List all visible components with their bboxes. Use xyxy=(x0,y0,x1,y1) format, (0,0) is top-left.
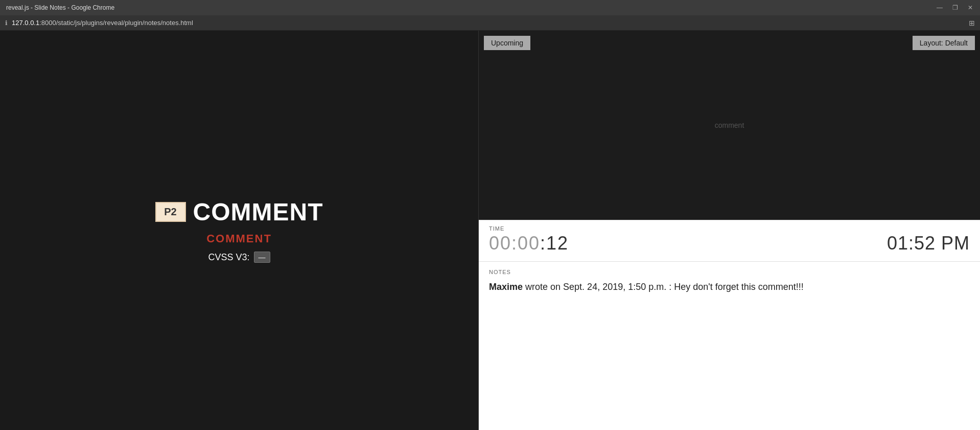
address-url-text: 127.0.0.1 xyxy=(12,19,39,27)
main-content: P2 COMMENT COMMENT CVSS V3: — Upcoming L… xyxy=(0,31,980,430)
notes-body: wrote on Sept. 24, 2019, 1:50 p.m. : Hey… xyxy=(523,282,804,292)
address-bar: ℹ 127.0.0.1:8000/static/js/plugins/revea… xyxy=(0,15,980,31)
time-section: TIME 00:00:12 01:52 PM xyxy=(479,220,980,261)
maximize-button[interactable]: ❐ xyxy=(951,4,959,11)
time-label: TIME xyxy=(489,225,970,232)
slide-panel: P2 COMMENT COMMENT CVSS V3: — xyxy=(0,31,478,430)
elapsed-time: 00:00:12 xyxy=(489,233,569,254)
p2-badge: P2 xyxy=(155,202,186,222)
right-panel: Upcoming Layout: Default comment TIME 00… xyxy=(478,31,980,430)
elapsed-active: :12 xyxy=(540,233,569,254)
titlebar-left: reveal.js - Slide Notes - Google Chrome xyxy=(6,4,114,11)
clock-time: 01:52 PM xyxy=(887,233,970,254)
extension-icon: ⊞ xyxy=(969,19,975,27)
layout-button[interactable]: Layout: Default xyxy=(913,36,975,50)
slide-content: P2 COMMENT COMMENT CVSS V3: — xyxy=(155,198,323,263)
notes-content: Maxime wrote on Sept. 24, 2019, 1:50 p.m… xyxy=(489,280,970,294)
upcoming-button[interactable]: Upcoming xyxy=(484,36,530,50)
notes-author: Maxime xyxy=(489,282,523,292)
minimize-button[interactable]: — xyxy=(936,4,943,11)
close-button[interactable]: ✕ xyxy=(967,4,974,11)
slide-title-row: P2 COMMENT xyxy=(155,198,323,226)
info-icon: ℹ xyxy=(5,19,8,27)
address-url-path: :8000/static/js/plugins/reveal/plugin/no… xyxy=(39,19,193,27)
time-display: 00:00:12 01:52 PM xyxy=(489,233,970,254)
notes-label: NOTES xyxy=(489,269,970,275)
cvss-row: CVSS V3: — xyxy=(208,252,270,263)
cvss-label: CVSS V3: xyxy=(208,252,249,263)
preview-area: Upcoming Layout: Default comment xyxy=(479,31,980,220)
slide-main-title: COMMENT xyxy=(193,198,323,226)
preview-text: comment xyxy=(715,121,744,129)
browser-title: reveal.js - Slide Notes - Google Chrome xyxy=(6,4,114,11)
cvss-badge: — xyxy=(254,252,270,263)
browser-controls: — ❐ ✕ xyxy=(936,4,974,11)
browser-titlebar: reveal.js - Slide Notes - Google Chrome … xyxy=(0,0,980,15)
elapsed-inactive: 00:00 xyxy=(489,233,540,254)
slide-subtitle: COMMENT xyxy=(206,232,272,245)
address-bar-right: ⊞ xyxy=(969,18,975,28)
address-url[interactable]: 127.0.0.1:8000/static/js/plugins/reveal/… xyxy=(12,19,193,27)
notes-section: NOTES Maxime wrote on Sept. 24, 2019, 1:… xyxy=(479,261,980,430)
